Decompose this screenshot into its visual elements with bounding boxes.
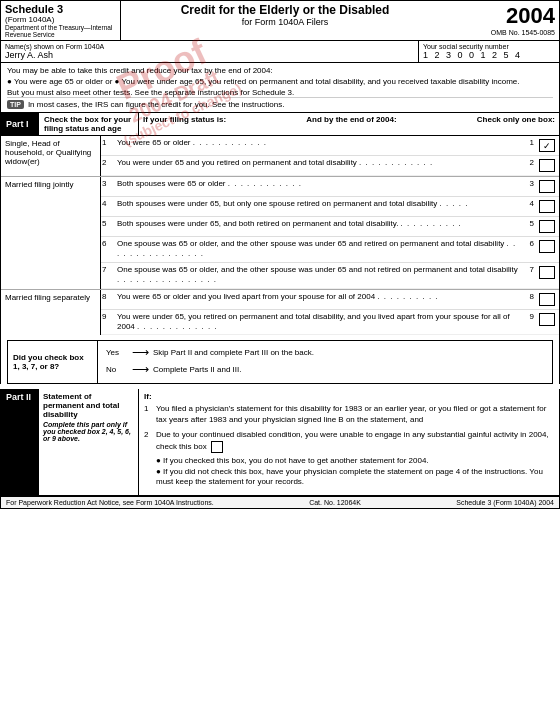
row-text-5: Both spouses were under 65, and both ret… (115, 217, 521, 231)
part2-desc-text: Statement of permanent and total disabil… (43, 392, 134, 419)
row-check-6[interactable] (535, 237, 559, 256)
ssn-value: 1 2 3 0 0 1 2 5 4 (423, 50, 555, 60)
row-check-7[interactable] (535, 263, 559, 282)
part1-description: Check the box for your filing status and… (39, 113, 139, 135)
part2-desc: Statement of permanent and total disabil… (39, 389, 139, 495)
row-check-8[interactable] (535, 290, 559, 309)
filing-rows-1: 1 You were 65 or older . . . . . . . . .… (101, 136, 559, 176)
row-check-4[interactable] (535, 197, 559, 216)
schedule-title: Schedule 3 (5, 3, 116, 15)
table-row: 2 You were under 65 and you retired on p… (101, 156, 559, 176)
table-row: 6 One spouse was 65 or older, and the ot… (101, 237, 559, 263)
part2-row-text-2: Due to your continued disabled condition… (156, 430, 554, 488)
no-label: No (106, 365, 128, 374)
main-title: Credit for the Elderly or the Disabled (125, 3, 445, 17)
filing-group-2: Married filing jointly 3 Both spouses we… (1, 177, 559, 290)
no-arrow: ⟶ (132, 362, 149, 376)
tip-badge: TIP (7, 100, 24, 109)
filing-group-3: Married filing separately 8 You were 65 … (1, 290, 559, 336)
omb: OMB No. 1545-0085 (453, 29, 555, 36)
col-year: And by the end of 2004: (306, 115, 396, 133)
table-row: 7 One spouse was 65 or older, and the ot… (101, 263, 559, 289)
filing-rows-3: 8 You were 65 or older and you lived apa… (101, 290, 559, 336)
row-idx-1: 1 (521, 136, 535, 149)
form-ref: (Form 1040A) (5, 15, 116, 24)
part2-row-2: 2 Due to your continued disabled conditi… (144, 430, 554, 488)
part1-section: Part I Check the box for your filing sta… (0, 112, 560, 384)
yes-label: Yes (106, 348, 128, 357)
table-row: 5 Both spouses were under 65, and both r… (101, 217, 559, 237)
row-check-3[interactable] (535, 177, 559, 196)
row-num-2: 2 (101, 156, 115, 169)
row-num-3: 3 (101, 177, 115, 190)
row-idx-7: 7 (521, 263, 535, 276)
row-check-5[interactable] (535, 217, 559, 236)
answer-yes-row: Yes ⟶ Skip Part II and complete Part III… (106, 345, 544, 359)
name-row: Name(s) shown on Form 1040A Jerry A. Ash… (0, 40, 560, 62)
row-num-5: 5 (101, 217, 115, 230)
filing-label-2: Married filing jointly (1, 177, 101, 289)
part1-label: Part I (1, 113, 39, 135)
header: Schedule 3 (Form 1040A) Department of th… (0, 0, 560, 40)
intro-note: But you must also meet other tests. See … (7, 88, 553, 97)
name-label: Name(s) shown on Form 1040A (5, 43, 414, 50)
tip-row: TIP In most cases, the IRS can figure th… (7, 97, 553, 109)
row-num-4: 4 (101, 197, 115, 210)
checkbox-4[interactable] (539, 200, 555, 213)
yes-arrow: ⟶ (132, 345, 149, 359)
row-check-2[interactable] (535, 156, 559, 175)
row-idx-5: 5 (521, 217, 535, 230)
checkbox-5[interactable] (539, 220, 555, 233)
check-question-container: Did you check box 1, 3, 7, or 8? Yes ⟶ S… (7, 340, 553, 384)
checkbox-8[interactable] (539, 293, 555, 306)
row-text-6: One spouse was 65 or older, and the othe… (115, 237, 521, 262)
sub-title: for Form 1040A Filers (125, 17, 445, 27)
part2-note: Complete this part only if you checked b… (43, 421, 134, 442)
ssn-label: Your social security number (423, 43, 555, 50)
page: Proof 2004 Draft (subject to change) Sch… (0, 0, 560, 509)
check-question-answers: Yes ⟶ Skip Part II and complete Part III… (98, 341, 552, 383)
table-row: 9 You were under 65, you retired on perm… (101, 310, 559, 336)
part2-content: If: 1 You filed a physician's statement … (139, 389, 559, 495)
filing-group-1: Single, Head of household, or Qualifying… (1, 136, 559, 177)
col-filing: If your filing status is: (143, 115, 226, 133)
header-left: Schedule 3 (Form 1040A) Department of th… (1, 1, 121, 40)
row-idx-6: 6 (521, 237, 535, 250)
row-text-3: Both spouses were 65 or older . . . . . … (115, 177, 521, 191)
part2-row-num-2: 2 (144, 430, 156, 488)
table-row: 3 Both spouses were 65 or older . . . . … (101, 177, 559, 197)
col-check: Check only one box: (477, 115, 555, 133)
row-text-4: Both spouses were under 65, but only one… (115, 197, 521, 211)
yes-text: Skip Part II and complete Part III on th… (153, 348, 314, 357)
checkbox-2[interactable] (539, 159, 555, 172)
part1-col-headers: If your filing status is: And by the end… (139, 113, 559, 135)
part2-checkbox[interactable] (211, 441, 223, 453)
checkbox-9[interactable] (539, 313, 555, 326)
intro-main: You may be able to take this credit and … (7, 66, 553, 75)
checkbox-7[interactable] (539, 266, 555, 279)
row-idx-2: 2 (521, 156, 535, 169)
table-row: 8 You were 65 or older and you lived apa… (101, 290, 559, 310)
checkbox-6[interactable] (539, 240, 555, 253)
part2-section: Part II Statement of permanent and total… (0, 389, 560, 496)
row-check-9[interactable] (535, 310, 559, 329)
checkbox-3[interactable] (539, 180, 555, 193)
filing-label-1: Single, Head of household, or Qualifying… (1, 136, 101, 176)
part2-label: Part II (1, 389, 39, 495)
row-text-2: You were under 65 and you retired on per… (115, 156, 521, 170)
checkbox-1[interactable] (539, 139, 555, 152)
row-idx-3: 3 (521, 177, 535, 190)
intro-bullets: ● You were age 65 or older or ● You were… (7, 77, 553, 86)
row-text-9: You were under 65, you retired on perman… (115, 310, 521, 335)
check-question-label: Did you check box 1, 3, 7, or 8? (8, 341, 98, 383)
row-num-9: 9 (101, 310, 115, 323)
row-idx-4: 4 (521, 197, 535, 210)
answer-no-row: No ⟶ Complete Parts II and III. (106, 362, 544, 376)
row-num-8: 8 (101, 290, 115, 303)
table-row: 4 Both spouses were under 65, but only o… (101, 197, 559, 217)
part2-row-text-1: You filed a physician's statement for th… (156, 404, 554, 426)
agency: Department of the Treasury—Internal Reve… (5, 24, 116, 38)
row-check-1[interactable] (535, 136, 559, 155)
table-row: 1 You were 65 or older . . . . . . . . .… (101, 136, 559, 156)
tip-text: In most cases, the IRS can figure the cr… (28, 100, 285, 109)
